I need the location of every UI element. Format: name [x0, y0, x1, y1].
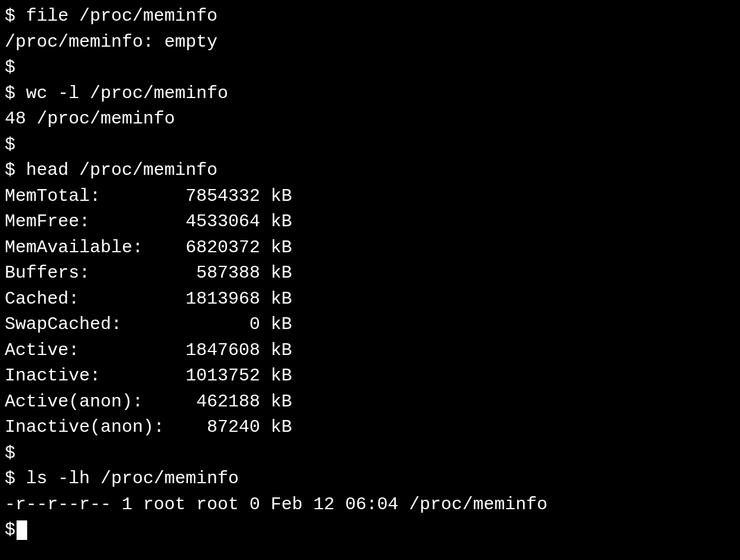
empty-prompt: $: [5, 55, 735, 81]
prompt: $: [5, 135, 15, 155]
output-line: Cached: 1813968 kB: [5, 286, 735, 312]
command-text: wc -l /proc/meminfo: [26, 83, 228, 103]
output-line: Active: 1847608 kB: [5, 338, 735, 364]
output-line: Inactive: 1013752 kB: [5, 363, 735, 389]
prompt: $: [5, 57, 15, 77]
prompt: $: [5, 160, 26, 180]
output-line: SwapCached: 0 kB: [5, 312, 735, 338]
prompt: $: [5, 468, 26, 489]
active-prompt[interactable]: $: [5, 517, 735, 543]
prompt: $: [5, 83, 26, 103]
cursor-icon: [17, 520, 27, 540]
command-line: $ ls -lh /proc/meminfo: [5, 466, 735, 492]
terminal[interactable]: $ file /proc/meminfo/proc/meminfo: empty…: [0, 0, 740, 547]
output-line: -r--r--r-- 1 root root 0 Feb 12 06:04 /p…: [5, 492, 735, 518]
empty-prompt: $: [5, 132, 735, 158]
output-line: MemAvailable: 6820372 kB: [5, 235, 735, 261]
output-line: Inactive(anon): 87240 kB: [5, 415, 735, 441]
prompt: $: [5, 443, 15, 463]
command-text: head /proc/meminfo: [26, 160, 218, 180]
output-line: MemTotal: 7854332 kB: [5, 184, 735, 210]
command-line: $ file /proc/meminfo: [5, 4, 735, 30]
command-line: $ wc -l /proc/meminfo: [5, 81, 735, 107]
empty-prompt: $: [5, 441, 735, 467]
output-line: Buffers: 587388 kB: [5, 261, 735, 286]
command-line: $ head /proc/meminfo: [5, 158, 735, 184]
prompt: $: [5, 520, 15, 540]
output-line: 48 /proc/meminfo: [5, 106, 735, 132]
output-line: /proc/meminfo: empty: [5, 30, 735, 56]
output-line: Active(anon): 462188 kB: [5, 389, 735, 415]
command-text: file /proc/meminfo: [26, 6, 218, 26]
output-line: MemFree: 4533064 kB: [5, 209, 735, 235]
prompt: $: [5, 6, 26, 26]
command-text: ls -lh /proc/meminfo: [26, 468, 239, 489]
